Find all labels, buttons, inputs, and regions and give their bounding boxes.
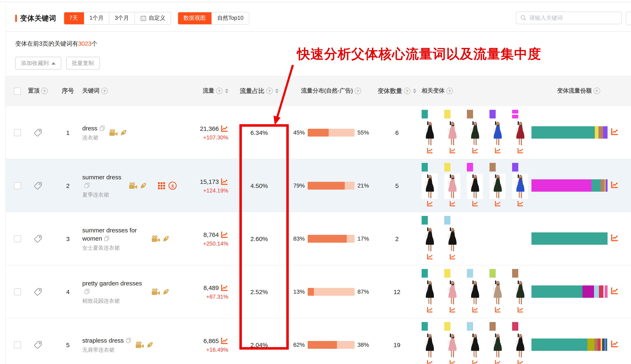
help-icon[interactable]: ? — [101, 88, 108, 94]
trend-chart-icon[interactable] — [494, 200, 501, 207]
trend-chart-icon[interactable] — [517, 359, 524, 364]
trend-chart-icon[interactable] — [449, 306, 456, 313]
trend-chart-icon[interactable] — [472, 306, 478, 313]
variant-trend-link[interactable] — [426, 253, 433, 262]
keyword-text[interactable]: dress — [82, 124, 105, 132]
share-bar-trend-link[interactable] — [610, 234, 619, 244]
trend-chart-icon[interactable] — [220, 178, 228, 185]
copy-icon[interactable] — [104, 236, 110, 241]
pin-tag-icon[interactable] — [34, 128, 42, 137]
variant-trend-link[interactable] — [494, 200, 501, 208]
pin-tag-icon[interactable] — [34, 287, 42, 296]
trend-chart-icon[interactable] — [472, 200, 478, 207]
variant-dress-image[interactable] — [422, 173, 438, 199]
view-toggle-organic-top10[interactable]: 自然Top10 — [212, 12, 249, 24]
trend-chart-icon[interactable] — [517, 200, 524, 207]
variant-dress-image[interactable] — [512, 332, 528, 358]
trend-chart-icon[interactable] — [426, 359, 433, 364]
keyword-search-input[interactable]: 请输入关键词 — [516, 12, 622, 24]
help-icon[interactable]: ? — [446, 88, 453, 94]
help-icon[interactable]: ? — [593, 88, 600, 94]
variant-trend-link[interactable] — [449, 253, 456, 262]
variant-trend-link[interactable] — [449, 359, 456, 364]
variant-dress-image[interactable] — [512, 173, 528, 199]
trend-chart-icon[interactable] — [449, 147, 456, 154]
time-filter-1m[interactable]: 1个月 — [84, 12, 109, 24]
share-bar-trend-link[interactable] — [610, 128, 619, 137]
amazon-listing-icon[interactable]: a — [168, 181, 177, 190]
time-filter-7d[interactable]: 7天 — [64, 12, 84, 24]
row-checkbox[interactable] — [14, 129, 21, 136]
variant-trend-link[interactable] — [426, 359, 433, 364]
variant-trend-link[interactable] — [472, 359, 478, 364]
variant-trend-link[interactable] — [449, 306, 456, 314]
variant-dress-image[interactable] — [444, 120, 460, 146]
trend-chart-icon[interactable] — [426, 200, 433, 207]
trend-chart-icon[interactable] — [220, 284, 228, 292]
variant-trend-link[interactable] — [494, 147, 501, 155]
keyword-text[interactable]: strapless dress — [82, 336, 131, 344]
row-checkbox[interactable] — [14, 341, 21, 348]
trend-chart-icon[interactable] — [472, 147, 478, 154]
help-icon[interactable]: ? — [404, 88, 410, 94]
variant-dress-image[interactable] — [422, 280, 438, 305]
variant-dress-image[interactable] — [422, 332, 438, 358]
keyword-text[interactable]: pretty garden dresses — [82, 279, 147, 296]
trend-chart-icon[interactable] — [449, 200, 456, 207]
trend-chart-icon[interactable] — [494, 306, 501, 313]
pin-tag-icon[interactable] — [34, 181, 42, 190]
variant-dress-image[interactable] — [512, 280, 528, 305]
variant-trend-link[interactable] — [472, 306, 478, 314]
row-checkbox[interactable] — [14, 288, 21, 295]
trend-chart-icon[interactable] — [610, 180, 619, 189]
time-filter-3m[interactable]: 3个月 — [109, 12, 134, 24]
variant-trend-link[interactable] — [494, 359, 501, 364]
variant-trend-link[interactable] — [426, 147, 433, 155]
trend-chart-icon[interactable] — [426, 306, 433, 313]
trend-chart-icon[interactable] — [610, 234, 619, 242]
variant-trend-link[interactable] — [494, 306, 501, 314]
variant-dress-image[interactable] — [444, 173, 460, 199]
copy-icon[interactable] — [84, 182, 90, 188]
trend-chart-icon[interactable] — [517, 147, 524, 154]
copy-icon[interactable] — [126, 338, 131, 343]
variant-dress-image[interactable] — [490, 120, 506, 146]
variant-dress-image[interactable] — [467, 173, 483, 199]
trend-chart-icon[interactable] — [426, 253, 433, 260]
variant-trend-link[interactable] — [517, 306, 524, 314]
trend-chart-icon[interactable] — [426, 147, 433, 154]
copy-icon[interactable] — [99, 125, 105, 130]
help-icon[interactable]: ? — [41, 88, 48, 94]
variant-dress-image[interactable] — [490, 280, 506, 305]
row-checkbox[interactable] — [14, 182, 21, 189]
variant-dress-image[interactable] — [490, 173, 506, 199]
variant-trend-link[interactable] — [426, 200, 433, 208]
share-bar-trend-link[interactable] — [610, 287, 619, 296]
trend-chart-icon[interactable] — [472, 359, 478, 364]
variant-dress-image[interactable] — [467, 120, 483, 146]
variant-trend-link[interactable] — [449, 147, 456, 155]
variant-trend-link[interactable] — [472, 147, 478, 155]
help-icon[interactable]: ? — [266, 88, 273, 94]
trend-chart-icon[interactable] — [610, 287, 619, 295]
variant-trend-link[interactable] — [449, 200, 456, 208]
pin-tag-icon[interactable] — [34, 234, 42, 243]
variant-dress-image[interactable] — [467, 332, 483, 358]
trend-chart-icon[interactable] — [517, 306, 524, 313]
variant-trend-link[interactable] — [517, 359, 524, 364]
keyword-text[interactable]: summer dresses for women — [82, 226, 147, 242]
trend-chart-icon[interactable] — [220, 230, 228, 238]
trend-chart-icon[interactable] — [220, 124, 228, 132]
trend-chart-icon[interactable] — [610, 340, 619, 348]
select-all-checkbox[interactable] — [14, 88, 21, 94]
variant-dress-image[interactable] — [444, 280, 460, 305]
display-position-filter-button[interactable]: 全部展示位 — [626, 12, 631, 25]
variant-trend-link[interactable] — [426, 306, 433, 314]
trend-chart-icon[interactable] — [449, 253, 456, 260]
share-bar-trend-link[interactable] — [610, 180, 619, 190]
copy-icon[interactable] — [84, 288, 90, 294]
share-bar-trend-link[interactable] — [610, 340, 619, 350]
variant-dress-image[interactable] — [467, 280, 483, 305]
help-icon[interactable]: ? — [354, 88, 361, 94]
sort-traffic[interactable] — [225, 88, 228, 93]
